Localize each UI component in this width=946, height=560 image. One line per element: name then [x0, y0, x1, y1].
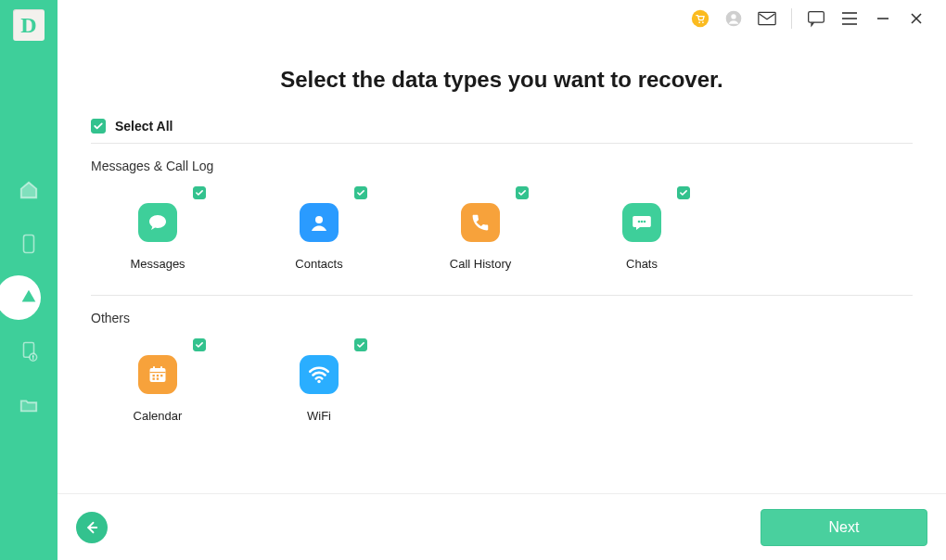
minimize-icon[interactable] — [874, 9, 892, 28]
select-all-row[interactable]: Select All — [85, 119, 918, 143]
svg-rect-24 — [150, 372, 166, 373]
svg-point-6 — [698, 21, 700, 23]
app-logo: D — [13, 9, 45, 41]
item-contacts-checkbox[interactable] — [354, 186, 367, 199]
item-wifi-checkbox[interactable] — [354, 338, 367, 351]
item-chats-label: Chats — [626, 257, 658, 271]
svg-point-9 — [731, 14, 735, 19]
svg-rect-29 — [160, 375, 162, 376]
nav-home[interactable] — [19, 180, 39, 200]
calendar-icon — [138, 355, 177, 394]
section-1-items: Calendar WiFi — [111, 337, 918, 447]
svg-rect-0 — [24, 235, 34, 253]
svg-point-19 — [638, 221, 641, 223]
mail-icon[interactable] — [758, 9, 776, 28]
item-contacts-label: Contacts — [295, 257, 342, 271]
nav-drive-active[interactable] — [19, 287, 39, 308]
svg-point-4 — [32, 358, 33, 359]
item-wifi-label: WiFi — [307, 409, 331, 423]
item-call-history[interactable]: Call History — [440, 190, 521, 271]
item-chats-checkbox[interactable] — [677, 186, 690, 199]
title-bar — [58, 0, 946, 37]
item-call-history-label: Call History — [450, 257, 511, 271]
item-wifi[interactable]: WiFi — [278, 342, 360, 423]
svg-point-21 — [644, 221, 646, 223]
item-calendar[interactable]: Calendar — [117, 342, 198, 423]
section-title-1: Others — [85, 296, 918, 337]
content-area: Select the data types you want to recove… — [58, 37, 946, 493]
select-all-label: Select All — [115, 119, 173, 134]
svg-rect-10 — [759, 12, 775, 24]
wifi-icon — [300, 355, 339, 394]
svg-rect-25 — [153, 366, 155, 370]
feedback-icon[interactable] — [807, 9, 825, 28]
phone-icon — [461, 203, 500, 242]
svg-point-5 — [692, 10, 709, 27]
sidebar: D — [0, 0, 58, 560]
nav-phone[interactable] — [19, 234, 39, 254]
section-title-0: Messages & Call Log — [85, 144, 918, 185]
svg-point-20 — [641, 221, 644, 223]
main-panel: Select the data types you want to recove… — [58, 0, 946, 560]
item-call-history-checkbox[interactable] — [516, 186, 529, 199]
next-button[interactable]: Next — [761, 509, 927, 546]
item-chats[interactable]: Chats — [601, 190, 683, 271]
svg-rect-31 — [157, 378, 159, 380]
svg-rect-26 — [160, 366, 162, 370]
page-title: Select the data types you want to recove… — [85, 67, 918, 93]
svg-rect-30 — [153, 378, 155, 380]
item-calendar-checkbox[interactable] — [193, 338, 206, 351]
svg-point-18 — [315, 216, 323, 223]
sidebar-nav — [0, 180, 58, 415]
nav-folder[interactable] — [19, 395, 39, 415]
nav-device-alert[interactable] — [19, 341, 39, 362]
section-0-items: Messages Contacts Call History — [111, 185, 918, 295]
item-messages[interactable]: Messages — [117, 190, 198, 271]
back-button[interactable] — [76, 512, 108, 543]
select-all-checkbox[interactable] — [91, 119, 106, 134]
app-logo-letter: D — [20, 13, 36, 38]
app-window: D — [0, 0, 946, 560]
cart-icon[interactable] — [691, 9, 710, 28]
close-icon[interactable] — [907, 9, 926, 28]
contacts-icon — [300, 203, 339, 242]
svg-point-32 — [317, 380, 320, 383]
item-messages-checkbox[interactable] — [193, 186, 206, 199]
svg-point-7 — [702, 21, 704, 23]
svg-rect-27 — [153, 375, 155, 376]
item-contacts[interactable]: Contacts — [278, 190, 360, 271]
menu-icon[interactable] — [840, 9, 859, 28]
item-calendar-label: Calendar — [134, 409, 183, 423]
item-messages-label: Messages — [130, 257, 185, 271]
user-icon[interactable] — [724, 9, 743, 28]
title-separator — [791, 8, 792, 29]
chats-icon — [622, 203, 661, 242]
messages-icon — [138, 203, 177, 242]
svg-rect-11 — [809, 12, 825, 23]
svg-rect-28 — [157, 375, 159, 376]
footer-bar: Next — [58, 493, 946, 560]
next-button-label: Next — [829, 519, 860, 536]
